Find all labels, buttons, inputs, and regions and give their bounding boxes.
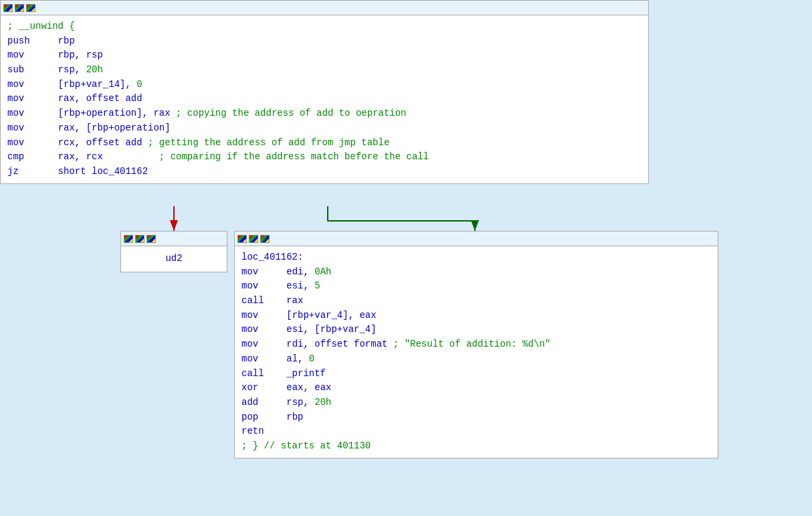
r-line-5-kw: mov [241, 310, 258, 321]
top-titlebar [1, 1, 648, 15]
line-7-mem: [rbp+operation], rax [24, 108, 176, 118]
ud2-label: ud2 [121, 246, 227, 272]
line-2-kw: push [7, 35, 30, 46]
line-8-mem: rax, [rbp+operation] [24, 122, 170, 133]
r-line-5-mem: [rbp+var_4], eax [258, 310, 376, 321]
right-titlebar [235, 232, 718, 246]
r-line-11-kw: add [241, 397, 258, 408]
titlebar-icon-2 [15, 4, 24, 12]
right-titlebar-icon-1 [237, 235, 247, 243]
line-6-reg: rax, offset add [24, 93, 142, 104]
line-4-kw: sub [7, 64, 24, 75]
r-line-2-reg: edi, [258, 266, 314, 277]
r-line-14: ; } // starts at 401130 [241, 440, 371, 451]
r-line-3-reg: esi, [258, 280, 314, 291]
r-line-8-reg: al, [258, 353, 309, 364]
r-line-2-num: 0Ah [314, 266, 331, 277]
r-line-8-num: 0 [309, 353, 314, 364]
line-9-reg: rcx, offset add [24, 137, 148, 148]
r-line-3-num: 5 [314, 280, 320, 291]
r-line-9-kw: call [241, 368, 264, 379]
line-3-kw: mov [7, 50, 24, 60]
line-4-reg: rsp, [24, 64, 86, 75]
line-4-num: 20h [86, 64, 103, 75]
line-6-kw: mov [7, 93, 24, 104]
ud2-titlebar-icon-2 [135, 235, 144, 243]
line-7-kw: mov [7, 108, 24, 118]
right-titlebar-icon-3 [260, 235, 270, 243]
r-line-7-kw: mov [241, 339, 258, 349]
r-line-11-reg: rsp, [258, 397, 314, 408]
line-10-kw: cmp [7, 151, 24, 162]
jz-green-arrow [328, 206, 475, 231]
r-line-13-kw: retn [241, 426, 264, 436]
ud2-titlebar [121, 232, 227, 246]
line-9-comment: ; getting the address of add from jmp ta… [148, 137, 389, 148]
line-8-kw: mov [7, 122, 24, 133]
ud2-window: ud2 [120, 231, 227, 272]
right-code-window: loc_401162: mov edi, 0Ah mov esi, 5 call… [234, 231, 718, 458]
r-line-9-reg: _printf [264, 368, 326, 379]
line-1: ; __unwind { [7, 21, 75, 31]
r-line-12-kw: pop [241, 412, 258, 422]
titlebar-icon-1 [3, 4, 13, 12]
ud2-titlebar-icon-1 [124, 235, 133, 243]
top-code-window: ; __unwind { push rbp mov rbp, rsp sub r… [0, 0, 649, 184]
top-code-content: ; __unwind { push rbp mov rbp, rsp sub r… [1, 15, 648, 183]
r-line-4-reg: rax [264, 295, 304, 306]
r-line-11-num: 20h [314, 397, 331, 408]
line-11-lbl: short loc_401162 [19, 166, 148, 177]
r-line-2-kw: mov [241, 266, 258, 277]
line-10-comment: ; comparing if the address match before … [159, 151, 429, 162]
right-code-content: loc_401162: mov edi, 0Ah mov esi, 5 call… [235, 246, 718, 458]
r-line-8-kw: mov [241, 353, 258, 364]
r-line-7-comment: ; "Result of addition: %d\n" [393, 339, 550, 349]
line-5-num: 0 [136, 79, 142, 90]
titlebar-icon-3 [26, 4, 35, 12]
r-line-10-reg: eax, eax [258, 382, 331, 393]
line-11-kw: jz [7, 166, 19, 177]
line-3-reg: rbp, rsp [24, 50, 103, 60]
ud2-titlebar-icon-3 [146, 235, 156, 243]
line-7-comment: ; copying the address of add to oepratio… [176, 108, 406, 118]
line-10-reg: rax, rcx [24, 151, 159, 162]
right-titlebar-icon-2 [249, 235, 258, 243]
r-line-10-kw: xor [241, 382, 258, 393]
line-2-reg: rbp [30, 35, 75, 46]
r-line-6-kw: mov [241, 324, 258, 335]
r-line-4-kw: call [241, 295, 264, 306]
r-line-12-reg: rbp [258, 412, 303, 422]
r-line-3-kw: mov [241, 280, 258, 291]
line-5-kw: mov [7, 79, 24, 90]
line-5-mem: [rbp+var_14], [24, 79, 136, 90]
r-line-1: loc_401162: [241, 252, 303, 262]
r-line-6-mem: esi, [rbp+var_4] [258, 324, 376, 335]
r-line-7-reg: rdi, offset format [258, 339, 393, 349]
line-9-kw: mov [7, 137, 24, 148]
